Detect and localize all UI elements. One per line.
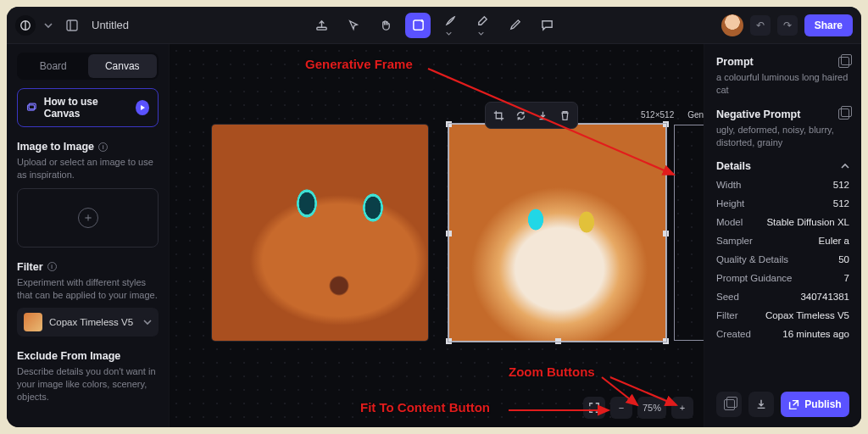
download-button[interactable]: [748, 392, 774, 417]
center-toolbar: [309, 13, 559, 38]
negative-prompt-value: ugly, deformed, noisy, blurry, distorted…: [716, 124, 849, 149]
filter-thumbnail: [24, 313, 42, 331]
resize-handle[interactable]: [555, 338, 561, 344]
filter-value: Copax Timeless V5: [49, 317, 133, 327]
copy-button[interactable]: [716, 392, 742, 417]
filter-sub: Experiment with different styles that ca…: [17, 276, 159, 302]
resize-handle[interactable]: [446, 231, 452, 236]
board-grid-icon[interactable]: [61, 14, 83, 36]
crop-icon[interactable]: [488, 105, 509, 125]
resize-handle[interactable]: [446, 121, 452, 127]
user-avatar[interactable]: [721, 14, 743, 36]
detail-quality: Quality & Details50: [716, 250, 849, 269]
exclude-sub: Describe details you don't want in your …: [17, 365, 159, 403]
zoom-level[interactable]: 75%: [637, 397, 666, 419]
brush-icon[interactable]: [437, 13, 463, 38]
document-title[interactable]: Untitled: [92, 19, 129, 31]
download-icon[interactable]: [532, 105, 553, 125]
app-logo[interactable]: [15, 15, 36, 36]
redo-button[interactable]: ↷: [777, 15, 798, 36]
image-to-image-sub: Upload or select an image to use as insp…: [17, 156, 159, 181]
app-menu-chevron[interactable]: [44, 21, 53, 30]
eyedropper-icon[interactable]: [502, 13, 527, 38]
publish-button[interactable]: Publish: [781, 392, 849, 417]
left-panel: Board Canvas How to use Canvas Image to …: [7, 44, 170, 427]
generative-frame-icon[interactable]: [405, 13, 431, 38]
detail-created: Created16 minutes ago: [716, 325, 849, 343]
image-to-image-heading: Image to Imagei: [17, 141, 159, 153]
chevron-up-icon: [841, 162, 849, 170]
info-icon[interactable]: i: [98, 142, 108, 152]
svg-rect-2: [316, 27, 326, 30]
zoom-in-button[interactable]: +: [671, 397, 693, 419]
filter-heading: Filteri: [17, 261, 159, 273]
tab-board[interactable]: Board: [19, 54, 88, 78]
detail-seed: Seed340741381: [716, 287, 849, 306]
detail-height: Height512: [716, 194, 849, 213]
undo-button[interactable]: ↶: [750, 15, 771, 36]
how-to-label: How to use Canvas: [44, 96, 129, 120]
canvas-area[interactable]: 512×512Generati − 75% + Generative Frame…: [170, 44, 704, 427]
exclude-heading: Exclude From Image: [17, 350, 159, 362]
detail-model: ModelStable Diffusion XL: [716, 213, 849, 231]
annotation-zoom-buttons: Zoom Buttons: [509, 364, 595, 379]
top-bar: Untitled ↶ ↷ Share: [7, 7, 861, 44]
detail-width: Width512: [716, 175, 849, 194]
cursor-icon[interactable]: [341, 13, 366, 38]
selection-toolbar: [485, 102, 578, 129]
export-icon[interactable]: [309, 13, 334, 38]
share-button[interactable]: Share: [804, 14, 853, 36]
refresh-icon[interactable]: [510, 105, 531, 125]
left-tabs: Board Canvas: [17, 53, 159, 80]
chevron-down-icon: [143, 318, 152, 326]
resize-handle[interactable]: [446, 338, 452, 344]
copy-icon[interactable]: [838, 108, 849, 120]
plus-icon: ＋: [78, 208, 98, 228]
filter-select[interactable]: Copax Timeless V5: [17, 308, 159, 337]
frame-labels: 512×512Generati: [641, 110, 704, 120]
image-upload-dropzone[interactable]: ＋: [17, 188, 159, 248]
fit-to-content-button[interactable]: [583, 397, 605, 419]
detail-sampler: SamplerEuler a: [716, 231, 849, 250]
annotation-fit-button: Fit To Content Button: [360, 400, 490, 415]
eraser-icon[interactable]: [470, 13, 495, 38]
zoom-controls: − 75% +: [583, 397, 693, 419]
generative-frame-outline[interactable]: [674, 125, 704, 341]
delete-icon[interactable]: [554, 105, 575, 125]
canvas-image-a[interactable]: [212, 125, 428, 341]
resize-handle[interactable]: [663, 121, 669, 127]
copy-icon[interactable]: [838, 57, 849, 68]
external-link-icon: [788, 399, 799, 410]
resize-handle[interactable]: [663, 338, 669, 344]
annotation-generative-frame: Generative Frame: [305, 57, 413, 71]
prompt-value: a colourful luminous long haired cat: [716, 71, 849, 97]
layers-icon: [26, 102, 37, 114]
info-icon[interactable]: i: [47, 262, 57, 271]
hand-icon[interactable]: [373, 13, 398, 38]
resize-handle[interactable]: [663, 231, 669, 236]
prompt-heading: Prompt: [716, 56, 849, 68]
details-heading[interactable]: Details: [716, 160, 849, 172]
zoom-out-button[interactable]: −: [610, 397, 632, 419]
detail-guidance: Prompt Guidance7: [716, 269, 849, 287]
svg-rect-1: [67, 20, 77, 31]
detail-filter: FilterCopax Timeless V5: [716, 306, 849, 325]
play-icon: [136, 100, 149, 115]
right-panel: Prompt a colourful luminous long haired …: [704, 44, 861, 427]
tab-canvas[interactable]: Canvas: [88, 54, 158, 78]
how-to-use-button[interactable]: How to use Canvas: [17, 88, 159, 127]
comment-icon[interactable]: [534, 13, 559, 38]
canvas-image-b-selected[interactable]: [449, 125, 665, 341]
negative-prompt-heading: Negative Prompt: [716, 108, 849, 120]
